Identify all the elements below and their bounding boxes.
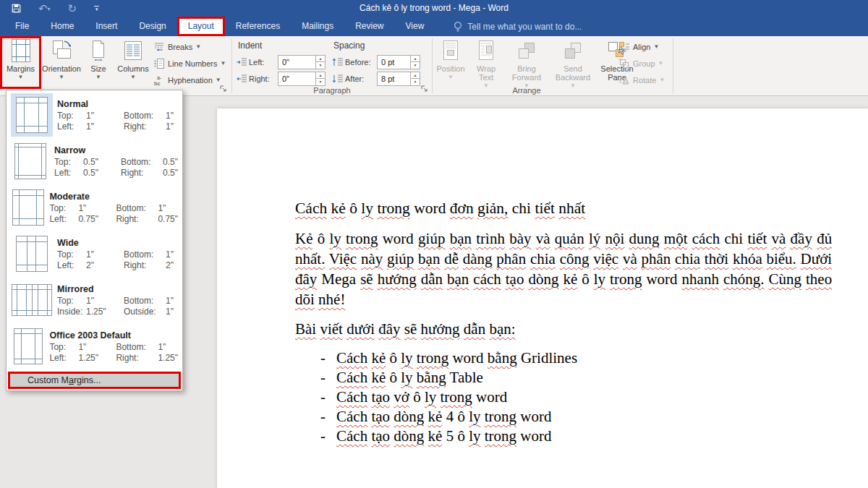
margins-button[interactable]: Margins ▼ [2,38,39,87]
step-up-icon[interactable]: ▲ [316,72,325,80]
size-button[interactable]: Size ▼ [82,38,114,80]
word: ô [349,200,357,217]
custom-margins-item[interactable]: Custom Margins... [8,372,181,389]
word: Bài [295,320,316,338]
word: ly [469,408,480,425]
indent-left-input[interactable]: 0" ▲▼ [278,55,326,69]
word: lý [589,230,600,247]
window-title: Cách kẻ ô ly trong word - Mega - Word [0,0,868,17]
document-page[interactable]: Cách kẻ ô ly trong word đơn giản, chi ti… [217,108,868,488]
spacing-after-stepper[interactable]: ▲▼ [410,72,420,85]
margin-preset-icon [11,93,53,137]
tab-view[interactable]: View [395,17,435,36]
word: Việc [329,250,357,267]
word: sẽ [360,270,373,288]
margin-values-row: Left:1.25"Right:1.25" [49,353,178,364]
tab-home[interactable]: Home [40,17,85,36]
tab-design[interactable]: Design [128,17,176,36]
line-numbers-button[interactable]: Line Numbers ▼ [153,56,226,71]
redo-button[interactable]: ↻ [68,3,77,14]
doc-list-item: -Cách kẻ ô ly trong word bằng Gridlines [295,348,832,368]
list-dash: - [320,348,336,368]
orientation-button[interactable]: Orientation ▼ [42,38,81,80]
align-button[interactable]: Align ▼ [618,39,659,54]
spacing-after-input[interactable]: 8 pt ▲▼ [377,72,420,86]
margins-preset-wide[interactable]: WideTop:1"Bottom:1"Left:2"Right:2" [7,231,182,277]
margins-preset-office2003[interactable]: Office 2003 DefaultTop:1"Bottom:1"Left:1… [7,323,182,369]
tab-review[interactable]: Review [344,17,394,36]
word: dưới [346,320,375,338]
word: giúp [387,250,414,267]
orientation-icon [51,38,72,63]
margins-preset-normal[interactable]: NormalTop:1"Bottom:1"Left:1"Right:1" [7,92,182,138]
word: nội [605,230,625,247]
custom-margins-label: rgins... [74,375,101,385]
save-button[interactable] [12,4,21,13]
margins-preset-narrow[interactable]: NarrowTop:0.5"Bottom:0.5"Left:0.5"Right:… [7,138,182,184]
word: bày [509,230,531,247]
hyphenation-button[interactable]: a-bc Hyphenation ▼ [153,72,221,87]
ribbon: Margins ▼ Orientation ▼ Size ▼ [0,36,868,96]
step-down-icon[interactable]: ▼ [316,62,325,69]
word: tạo [506,270,524,288]
margins-preset-mirrored[interactable]: MirroredTop:1"Bottom:1"Inside:1.25"Outsi… [7,277,182,323]
indent-right-stepper[interactable]: ▲▼ [315,72,325,85]
chevron-down-icon: ▼ [659,77,665,82]
tab-references[interactable]: References [225,17,291,36]
redo-icon: ↻ [68,3,77,14]
word: dòng [528,270,558,288]
margin-values-row: Top:1"Bottom:1" [57,111,178,121]
word: Cách [336,369,367,386]
indent-right-label: Right: [249,74,275,83]
tab-insert[interactable]: Insert [85,17,128,36]
word: ly [330,230,341,247]
paragraph-dialog-launcher[interactable] [420,85,429,93]
step-down-icon[interactable]: ▼ [316,79,325,85]
tab-mailings[interactable]: Mailings [291,17,344,36]
word: trong [346,230,378,247]
indent-right-input[interactable]: 0" ▲▼ [278,72,326,86]
page-setup-dialog-launcher[interactable] [219,85,228,93]
word: công [560,250,590,267]
word: ô [457,427,465,445]
rotate-icon [618,74,630,86]
undo-button[interactable]: ↶▾ [38,3,51,14]
list-dash: - [320,427,336,446]
step-down-icon[interactable]: ▼ [411,79,420,85]
paragraph-group-label: Paragraph [232,86,432,95]
tab-file[interactable]: File [4,17,40,36]
step-down-icon[interactable]: ▼ [411,62,420,69]
word: tiết [747,230,767,247]
word: kẻ [331,200,346,217]
tab-layout[interactable]: Layout [177,17,225,36]
word: word [520,408,551,425]
doc-list-item: -Cách kẻ ô ly bằng Table [295,368,832,388]
margin-preset-name: Moderate [49,191,178,203]
indent-left-stepper[interactable]: ▲▼ [315,56,325,69]
undo-icon: ↶ [38,3,48,14]
word: Cách [295,200,327,217]
spacing-before-stepper[interactable]: ▲▼ [410,56,420,69]
margins-preset-moderate[interactable]: ModerateTop:1"Bottom:1"Left:0.75"Right:0… [7,184,182,231]
word: đơn [450,200,474,217]
spacing-after-row: After: 8 pt ▲▼ [331,71,420,86]
step-up-icon[interactable]: ▲ [316,56,325,63]
chevron-down-icon: ▼ [59,74,64,80]
step-up-icon[interactable]: ▲ [411,56,420,63]
bring-forward-button: Bring Forward ▼ [505,38,548,88]
list-text: Cách tạo dòng kẻ 5 ô ly trong word [336,427,551,446]
word: trong [441,388,472,406]
word: word [520,427,551,445]
breaks-button[interactable]: Breaks ▼ [153,39,201,54]
margin-values-row: Left:0.75"Right:0.75" [49,214,178,225]
position-icon [442,38,459,63]
margin-values-row: Inside:1.25"Outside:1" [57,307,178,317]
doc-list-item: -Cách tạo dòng kẻ 5 ô ly trong word [295,427,832,446]
columns-button[interactable]: Columns ▼ [116,38,150,80]
customize-quick-access-button[interactable]: ▼ [94,6,99,11]
step-up-icon[interactable]: ▲ [411,72,420,80]
doc-list-item: -Cách tạo vở ô ly trong word [295,388,832,407]
group-separator [673,38,673,93]
tell-me-box[interactable]: Tell me what you want to do... [454,17,582,36]
spacing-before-input[interactable]: 0 pt ▲▼ [377,55,420,69]
